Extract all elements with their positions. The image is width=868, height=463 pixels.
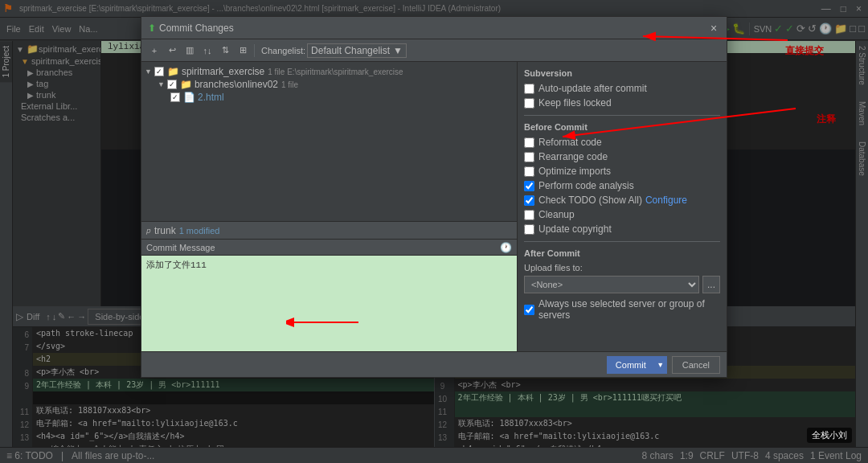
keep-files-checkbox[interactable]	[524, 98, 534, 109]
modified-count: 1 modified	[179, 226, 220, 236]
changelist-value: Default Changelist	[311, 45, 390, 56]
before-commit-title: Before Commit	[524, 122, 720, 132]
modal-overlay: ⬆ Commit Changes × + ↩ ▥ ↑↓ ⇅ ⊞ Changeli…	[0, 0, 868, 463]
branch-label: branches\onlinev02	[194, 79, 278, 90]
optimize-checkbox[interactable]	[524, 166, 534, 177]
watermark: 全栈小刘	[807, 428, 852, 443]
dialog-title-text: Commit Changes	[159, 23, 234, 34]
toolbar-sep	[254, 44, 255, 57]
root-label: spiritmark_exercise	[182, 66, 264, 77]
toolbar-sort-desc[interactable]: ⇅	[217, 43, 233, 59]
upload-section: Upload files to: <None> ... Always use s…	[524, 263, 720, 321]
branch-name: trunk	[154, 225, 176, 236]
file-label: 2.html	[198, 92, 224, 103]
commit-main-btn[interactable]: Commit	[607, 356, 654, 374]
commit-dropdown-btn[interactable]: ▼	[654, 356, 667, 374]
dialog-close-btn[interactable]: ×	[707, 22, 720, 35]
after-commit-title: After Commit	[524, 248, 720, 258]
dialog-titlebar: ⬆ Commit Changes ×	[141, 17, 727, 39]
upload-extra-btn[interactable]: ...	[702, 276, 720, 293]
cleanup-row[interactable]: Cleanup	[524, 209, 720, 220]
check-todo-checkbox[interactable]	[524, 195, 534, 206]
cleanup-checkbox[interactable]	[524, 210, 534, 220]
always-use-checkbox[interactable]	[524, 305, 534, 315]
always-use-label: Always use selected server or group of s…	[538, 298, 720, 321]
perform-label: Perform code analysis	[538, 180, 634, 191]
toolbar-sort-asc[interactable]: ↑↓	[199, 43, 215, 59]
changelist-dropdown[interactable]: Default Changelist ▼	[307, 43, 407, 58]
update-copyright-label: Update copyright	[538, 223, 612, 235]
dialog-footer: Commit ▼ Cancel	[141, 351, 727, 377]
dialog-title-area: ⬆ Commit Changes	[148, 23, 234, 34]
dialog-toolbar: + ↩ ▥ ↑↓ ⇅ ⊞ Changelist: Default Changel…	[141, 39, 727, 62]
branch-indicator: 𝘱	[146, 225, 151, 236]
toolbar-undo-btn[interactable]: ↩	[164, 43, 180, 59]
commit-msg-clock-icon[interactable]: 🕐	[500, 242, 512, 253]
check-todo-row[interactable]: Check TODO (Show All) Configure	[524, 195, 720, 206]
file-tree-branch[interactable]: ▼ 📁 branches\onlinev02 1 file	[145, 78, 514, 91]
rearrange-row[interactable]: Rearrange code	[524, 151, 720, 162]
commit-msg-label: Commit Message	[146, 243, 215, 252]
cleanup-label: Cleanup	[538, 209, 575, 220]
upload-label: Upload files to:	[524, 263, 720, 272]
file-tree-root[interactable]: ▼ 📁 spiritmark_exercise 1 file E:\spirit…	[145, 65, 514, 78]
upload-row: <None> ...	[524, 276, 720, 293]
commit-message-input[interactable]: 添加了文件111	[141, 256, 517, 351]
optimize-label: Optimize imports	[538, 166, 611, 177]
commit-right-panel: Subversion Auto-update after commit Keep…	[518, 62, 727, 351]
file-status-bar: 𝘱 trunk 1 modified	[141, 221, 517, 239]
root-checkbox[interactable]	[154, 67, 164, 76]
dropdown-arrow: ▼	[393, 45, 403, 56]
update-copyright-row[interactable]: Update copyright	[524, 223, 720, 235]
always-use-row[interactable]: Always use selected server or group of s…	[524, 298, 720, 321]
dialog-body: ▼ 📁 spiritmark_exercise 1 file E:\spirit…	[141, 62, 727, 351]
perform-row[interactable]: Perform code analysis	[524, 180, 720, 191]
changelist-label: Changelist:	[261, 46, 305, 55]
keep-files-row[interactable]: Keep files locked	[524, 97, 720, 109]
auto-update-row[interactable]: Auto-update after commit	[524, 83, 720, 94]
toolbar-expand[interactable]: ⊞	[235, 43, 251, 59]
commit-split-button[interactable]: Commit ▼	[607, 356, 667, 374]
commit-dialog: ⬆ Commit Changes × + ↩ ▥ ↑↓ ⇅ ⊞ Changeli…	[141, 16, 727, 378]
root-desc: 1 file E:\spiritmark\spiritmark_exercise	[268, 68, 403, 76]
file-tree-area: ▼ 📁 spiritmark_exercise 1 file E:\spirit…	[141, 62, 517, 221]
perform-checkbox[interactable]	[524, 181, 534, 191]
ide-background: ⚑ spritmark_exercise [E:\spiritmark\spir…	[0, 0, 868, 463]
commit-msg-header: Commit Message 🕐	[141, 240, 517, 256]
commit-left-panel: ▼ 📁 spiritmark_exercise 1 file E:\spirit…	[141, 62, 518, 351]
toolbar-add-btn[interactable]: +	[146, 43, 162, 59]
keep-files-label: Keep files locked	[538, 97, 612, 109]
auto-update-label: Auto-update after commit	[538, 83, 647, 94]
commit-icon: ⬆	[148, 23, 156, 34]
rearrange-checkbox[interactable]	[524, 152, 534, 162]
section-divider-2	[524, 241, 720, 242]
reformat-label: Reformat code	[538, 137, 602, 148]
file-tree-file[interactable]: 📄 2.html	[145, 91, 514, 104]
section-divider-1	[524, 115, 720, 116]
optimize-row[interactable]: Optimize imports	[524, 166, 720, 177]
branch-desc: 1 file	[281, 80, 298, 89]
auto-update-checkbox[interactable]	[524, 84, 534, 94]
reformat-row[interactable]: Reformat code	[524, 137, 720, 148]
subversion-title: Subversion	[524, 68, 720, 78]
file-checkbox[interactable]	[170, 92, 180, 102]
commit-msg-area: Commit Message 🕐 添加了文件111	[141, 239, 517, 351]
cancel-btn[interactable]: Cancel	[672, 356, 720, 374]
upload-select[interactable]: <None>	[524, 276, 699, 293]
toolbar-icon1[interactable]: ▥	[182, 43, 198, 59]
check-todo-label: Check TODO (Show All)	[538, 195, 642, 206]
configure-link[interactable]: Configure	[645, 195, 687, 206]
branch-checkbox[interactable]	[167, 80, 177, 89]
update-copyright-checkbox[interactable]	[524, 224, 534, 235]
rearrange-label: Rearrange code	[538, 151, 608, 162]
reformat-checkbox[interactable]	[524, 137, 534, 148]
